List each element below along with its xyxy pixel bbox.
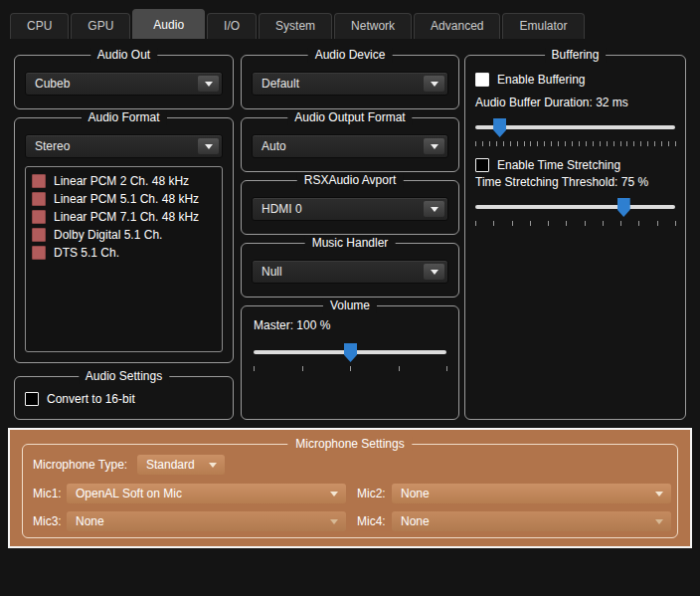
chevron-down-icon (209, 463, 217, 468)
slider-handle[interactable] (344, 343, 357, 362)
format-checkbox-icon[interactable] (32, 246, 46, 260)
format-label: Dolby Digital 5.1 Ch. (54, 228, 162, 242)
rsxaudio-avport-value: HDMI 0 (262, 202, 302, 216)
mic3-label: Mic3: (33, 514, 62, 528)
chevron-down-icon (330, 519, 338, 524)
chevron-down-icon[interactable] (424, 201, 444, 217)
chevron-down-icon (330, 492, 338, 497)
format-checkbox-icon[interactable] (32, 174, 46, 188)
audio-device-title: Audio Device (308, 48, 393, 63)
music-handler-combobox[interactable]: Null (252, 260, 448, 284)
tab-network[interactable]: Network (334, 13, 412, 39)
tab-emulator[interactable]: Emulator (502, 13, 584, 39)
rsxaudio-avport-title: RSXAudio Avport (297, 173, 404, 188)
chevron-down-icon[interactable] (198, 138, 219, 154)
chevron-down-icon[interactable] (424, 76, 444, 92)
microphone-type-combobox[interactable]: Standard (137, 455, 225, 475)
microphone-settings-title: Microphone Settings (287, 437, 412, 451)
format-list-item[interactable]: DTS 5.1 Ch. (32, 244, 222, 262)
format-list-item[interactable]: Linear PCM 5.1 Ch. 48 kHz (32, 190, 222, 208)
time-stretching-threshold-label: Time Stretching Threshold: 75 % (475, 175, 648, 189)
slider-groove[interactable] (475, 205, 675, 209)
mic1-combobox[interactable]: OpenAL Soft on Mic (67, 484, 346, 503)
audio-format-group: Audio Format Stereo Linear PCM 2 Ch. 48 … (14, 117, 234, 363)
audio-device-value: Default (262, 77, 299, 91)
tab-gpu[interactable]: GPU (71, 13, 130, 39)
mic3-combobox[interactable]: None (67, 511, 346, 531)
chevron-down-icon[interactable] (424, 138, 444, 154)
mic1-value: OpenAL Soft on Mic (76, 487, 182, 500)
master-volume-slider[interactable] (254, 342, 446, 362)
tab-cpu[interactable]: CPU (10, 13, 69, 39)
enable-time-stretching-checkbox[interactable]: Enable Time Stretching (475, 157, 620, 173)
mic4-combobox[interactable]: None (392, 511, 671, 531)
format-list-item[interactable]: Dolby Digital 5.1 Ch. (32, 226, 222, 244)
format-list-item[interactable]: Linear PCM 7.1 Ch. 48 kHz (32, 208, 222, 226)
convert-16bit-label: Convert to 16-bit (47, 392, 135, 406)
music-handler-title: Music Handler (305, 236, 396, 251)
rsxaudio-avport-group: RSXAudio Avport HDMI 0 (241, 180, 459, 235)
audio-settings-panel: CPU GPU Audio I/O System Network Advance… (0, 0, 700, 596)
enable-buffering-checkbox[interactable]: Enable Buffering (475, 72, 586, 88)
chevron-down-icon[interactable] (198, 76, 219, 92)
buffering-group: Buffering Enable Buffering Audio Buffer … (464, 55, 686, 420)
audio-output-format-combobox[interactable]: Auto (252, 134, 448, 158)
buffer-duration-ticks (475, 141, 675, 147)
audio-output-format-title: Audio Output Format (287, 110, 412, 125)
settings-tabbar: CPU GPU Audio I/O System Network Advance… (10, 8, 587, 39)
slider-handle[interactable] (493, 118, 506, 137)
format-label: DTS 5.1 Ch. (54, 246, 119, 260)
threshold-ticks (475, 221, 675, 227)
audio-device-combobox[interactable]: Default (252, 72, 448, 96)
chevron-down-icon[interactable] (424, 264, 444, 280)
mic4-value: None (401, 514, 430, 528)
buffer-duration-slider[interactable] (475, 117, 675, 137)
audio-settings-group: Audio Settings Convert to 16-bit (14, 376, 234, 420)
enable-time-stretching-label: Enable Time Stretching (497, 158, 620, 172)
audio-format-title: Audio Format (81, 110, 166, 125)
volume-slider-ticks (254, 366, 446, 372)
microphone-type-label: Microphone Type: (33, 458, 127, 472)
audio-out-combobox[interactable]: Cubeb (25, 72, 223, 96)
volume-group: Volume Master: 100 % (241, 305, 459, 420)
mic1-label: Mic1: (33, 487, 62, 500)
format-checkbox-icon[interactable] (32, 192, 46, 206)
format-checkbox-icon[interactable] (32, 210, 46, 224)
format-list-item[interactable]: Linear PCM 2 Ch. 48 kHz (32, 172, 222, 190)
audio-format-list[interactable]: Linear PCM 2 Ch. 48 kHz Linear PCM 5.1 C… (25, 166, 223, 352)
format-label: Linear PCM 5.1 Ch. 48 kHz (54, 192, 199, 206)
checkbox-icon[interactable] (475, 158, 489, 172)
buffer-duration-label: Audio Buffer Duration: 32 ms (475, 96, 628, 109)
chevron-down-icon (655, 519, 663, 524)
tab-advanced[interactable]: Advanced (414, 13, 500, 39)
audio-out-title: Audio Out (90, 48, 157, 63)
checkbox-icon[interactable] (25, 392, 39, 406)
slider-handle[interactable] (617, 198, 630, 217)
rsxaudio-avport-combobox[interactable]: HDMI 0 (252, 197, 448, 221)
mic4-label: Mic4: (357, 514, 386, 528)
audio-format-value: Stereo (35, 139, 70, 153)
format-checkbox-icon[interactable] (32, 228, 46, 242)
format-label: Linear PCM 2 Ch. 48 kHz (54, 174, 189, 188)
tab-io[interactable]: I/O (207, 13, 257, 39)
music-handler-group: Music Handler Null (241, 243, 459, 298)
tab-system[interactable]: System (259, 13, 332, 39)
tab-audio[interactable]: Audio (132, 9, 205, 39)
master-volume-label: Master: 100 % (254, 318, 330, 332)
audio-device-group: Audio Device Default (241, 55, 459, 109)
audio-out-group: Audio Out Cubeb (14, 55, 234, 109)
buffering-title: Buffering (545, 48, 607, 63)
checkbox-icon[interactable] (475, 73, 489, 87)
audio-output-format-value: Auto (262, 139, 286, 153)
audio-out-value: Cubeb (35, 77, 70, 91)
music-handler-value: Null (262, 265, 282, 279)
volume-title: Volume (323, 298, 377, 313)
convert-16bit-checkbox[interactable]: Convert to 16-bit (25, 391, 135, 407)
audio-format-combobox[interactable]: Stereo (25, 134, 223, 158)
audio-settings-title: Audio Settings (79, 369, 169, 384)
format-label: Linear PCM 7.1 Ch. 48 kHz (54, 210, 199, 224)
microphone-settings-section: Microphone Settings Microphone Type: Sta… (8, 428, 692, 548)
mic2-value: None (401, 487, 430, 500)
mic2-combobox[interactable]: None (392, 484, 671, 503)
time-stretching-threshold-slider[interactable] (475, 197, 675, 217)
